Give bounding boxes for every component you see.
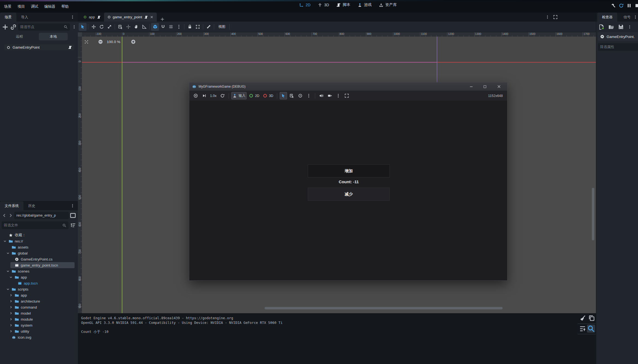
- sort-files-button[interactable]: [70, 222, 76, 228]
- dir-architecture[interactable]: architecture: [0, 298, 78, 304]
- pick-select-button[interactable]: [280, 92, 287, 99]
- zoom-in-button[interactable]: [131, 39, 136, 44]
- close-tab-icon[interactable]: [150, 15, 153, 19]
- scale-tool-button[interactable]: [105, 23, 113, 31]
- restart-game-button[interactable]: [219, 92, 226, 99]
- scene-dock-menu-icon[interactable]: [70, 15, 75, 19]
- chevron-right-icon[interactable]: [9, 305, 13, 309]
- tab-inspector[interactable]: 检查器: [597, 13, 617, 22]
- new-scene-tab-button[interactable]: [160, 17, 165, 22]
- dir-utility[interactable]: utility: [0, 328, 78, 334]
- lock-button[interactable]: [186, 23, 194, 31]
- menu-editor[interactable]: 编辑器: [42, 3, 58, 10]
- view-menu-button[interactable]: 视图: [215, 24, 228, 29]
- chevron-right-icon[interactable]: [9, 311, 13, 315]
- collapse-messages-button[interactable]: [579, 325, 586, 332]
- path-field[interactable]: res://global/game_entry_p: [14, 212, 69, 219]
- load-resource-button[interactable]: [608, 24, 614, 30]
- script-icon[interactable]: [144, 15, 148, 19]
- instance-scene-button[interactable]: [10, 23, 17, 31]
- chevron-down-icon[interactable]: [9, 275, 13, 279]
- resource-menu-icon[interactable]: [628, 25, 632, 29]
- pivot-tool-button[interactable]: [124, 23, 132, 31]
- dir-scripts-app[interactable]: app: [0, 292, 78, 298]
- increase-button[interactable]: 增加: [308, 165, 389, 177]
- chevron-down-icon[interactable]: [6, 269, 10, 273]
- stop-button[interactable]: [634, 3, 638, 8]
- menu-debug[interactable]: 调试: [28, 3, 41, 10]
- scene-tree-root-node[interactable]: GameEntryPoint: [4, 45, 74, 50]
- skeleton-button[interactable]: [205, 23, 212, 31]
- pick-list-button[interactable]: [288, 92, 296, 99]
- workspace-script[interactable]: 脚本: [336, 2, 350, 7]
- scene-tab-game-entry-point[interactable]: game_entry_point: [104, 13, 157, 22]
- tab-filesystem[interactable]: 文件系统: [0, 201, 23, 210]
- dir-command[interactable]: command: [0, 304, 78, 310]
- toggle-split-mode-button[interactable]: [70, 212, 76, 219]
- dir-res[interactable]: res://: [0, 238, 78, 244]
- chevron-right-icon[interactable]: [9, 329, 13, 333]
- restart-button[interactable]: [619, 3, 624, 8]
- input-mode-button[interactable]: 输入: [231, 92, 247, 99]
- pick-2d-button[interactable]: 2D: [248, 92, 261, 99]
- filter-properties-input[interactable]: 筛选属性: [598, 43, 638, 51]
- add-node-button[interactable]: [2, 23, 9, 31]
- pan-tool-button[interactable]: [132, 23, 140, 31]
- horizontal-scrollbar[interactable]: [265, 307, 503, 309]
- zoom-level-label[interactable]: 100.0 %: [107, 40, 120, 44]
- next-frame-button[interactable]: [200, 92, 208, 99]
- ruler-tool-button[interactable]: [140, 23, 148, 31]
- camera-options-button[interactable]: [335, 92, 342, 99]
- scene-tabs-menu-icon[interactable]: [545, 15, 550, 19]
- workspace-assetlib[interactable]: 资产库: [379, 2, 397, 7]
- chevron-right-icon[interactable]: [9, 293, 13, 297]
- pick-3d-button[interactable]: 3D: [262, 92, 274, 99]
- search-messages-button[interactable]: [587, 325, 595, 333]
- decrease-button[interactable]: 减少: [308, 188, 389, 200]
- vertical-scrollbar[interactable]: [592, 188, 594, 240]
- mute-audio-button[interactable]: [318, 92, 325, 99]
- dir-scenes[interactable]: scenes: [0, 268, 78, 274]
- chevron-right-icon[interactable]: [9, 323, 13, 327]
- scene-tab-app[interactable]: app: [80, 13, 104, 22]
- filesystem-menu-icon[interactable]: [70, 204, 75, 208]
- dir-assets[interactable]: assets: [0, 244, 78, 250]
- tab-import[interactable]: 导入: [16, 13, 33, 22]
- menu-project[interactable]: 项目: [15, 3, 27, 10]
- pick-options-button[interactable]: [305, 92, 312, 99]
- save-resource-button[interactable]: [618, 24, 624, 30]
- dir-module[interactable]: module: [0, 316, 78, 322]
- close-icon[interactable]: [497, 84, 501, 89]
- nav-forward-button[interactable]: [8, 213, 13, 218]
- copy-output-button[interactable]: [588, 315, 595, 322]
- node-filter-menu-icon[interactable]: [72, 25, 76, 29]
- list-select-tool-button[interactable]: [116, 23, 124, 31]
- new-resource-button[interactable]: [598, 24, 604, 30]
- remote-tab[interactable]: 远程: [0, 34, 39, 39]
- minimize-icon[interactable]: [469, 84, 474, 89]
- move-tool-button[interactable]: [90, 23, 98, 31]
- maximize-icon[interactable]: [483, 85, 487, 89]
- file-gameentrypoint-cs[interactable]: GameEntryPoint.cs: [0, 256, 78, 262]
- distraction-free-icon[interactable]: [553, 15, 558, 19]
- tab-scene[interactable]: 场景: [0, 13, 16, 22]
- nav-back-button[interactable]: [2, 213, 7, 218]
- inspected-node-button[interactable]: GameEntryPoint.: [598, 32, 638, 41]
- local-tab[interactable]: 本地: [39, 33, 68, 40]
- chevron-right-icon[interactable]: [9, 299, 13, 303]
- select-tool-button[interactable]: [79, 23, 87, 31]
- tab-history[interactable]: 历史: [23, 201, 40, 210]
- zoom-out-button[interactable]: [98, 39, 103, 44]
- workspace-2d[interactable]: 2D: [299, 3, 311, 7]
- chevron-down-icon[interactable]: [3, 239, 7, 243]
- snap-options-button[interactable]: [167, 23, 175, 31]
- workspace-game[interactable]: 游戏: [358, 2, 372, 7]
- dir-system[interactable]: system: [0, 322, 78, 328]
- center-view-icon[interactable]: [84, 40, 89, 44]
- filter-nodes-input[interactable]: 筛选节点: [18, 23, 70, 31]
- clear-output-button[interactable]: [579, 315, 586, 322]
- group-button[interactable]: [194, 23, 202, 31]
- dir-global[interactable]: global: [0, 250, 78, 256]
- filter-files-input[interactable]: 筛选文件: [2, 221, 69, 229]
- grid-snap-button[interactable]: [159, 23, 167, 31]
